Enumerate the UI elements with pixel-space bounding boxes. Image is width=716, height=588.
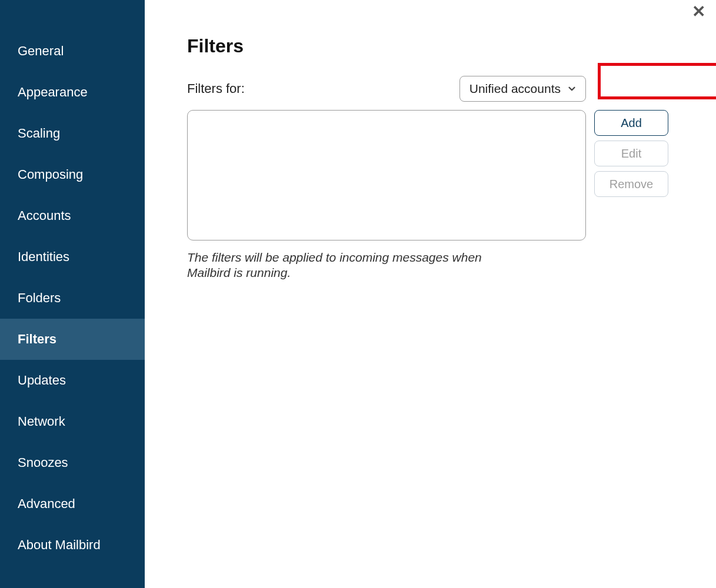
sidebar-item-accounts[interactable]: Accounts: [0, 195, 145, 236]
callout-highlight-dropdown: [598, 63, 716, 99]
chevron-down-icon: [567, 83, 577, 94]
sidebar-item-identities[interactable]: Identities: [0, 236, 145, 278]
sidebar-item-composing[interactable]: Composing: [0, 154, 145, 195]
sidebar-item-advanced[interactable]: Advanced: [0, 483, 145, 524]
sidebar-item-about-mailbird[interactable]: About Mailbird: [0, 524, 145, 566]
sidebar-item-scaling[interactable]: Scaling: [0, 113, 145, 154]
page-title: Filters: [187, 35, 692, 57]
sidebar-item-folders[interactable]: Folders: [0, 278, 145, 319]
filters-panel: ✕ Filters Filters for: Unified accounts …: [145, 0, 716, 588]
close-icon[interactable]: ✕: [692, 4, 705, 20]
sidebar-item-snoozes[interactable]: Snoozes: [0, 442, 145, 483]
filters-for-row: Filters for: Unified accounts: [187, 76, 586, 102]
sidebar-item-appearance[interactable]: Appearance: [0, 72, 145, 113]
add-button[interactable]: Add: [594, 110, 668, 136]
remove-button: Remove: [594, 171, 668, 197]
account-dropdown[interactable]: Unified accounts: [459, 76, 586, 102]
account-dropdown-value: Unified accounts: [469, 82, 561, 96]
edit-button: Edit: [594, 141, 668, 166]
settings-sidebar: General Appearance Scaling Composing Acc…: [0, 0, 145, 588]
sidebar-item-filters[interactable]: Filters: [0, 319, 145, 360]
filter-list[interactable]: [187, 110, 586, 240]
sidebar-item-network[interactable]: Network: [0, 401, 145, 442]
sidebar-item-general[interactable]: General: [0, 31, 145, 72]
filters-hint-text: The filters will be applied to incoming …: [187, 250, 505, 281]
sidebar-item-updates[interactable]: Updates: [0, 360, 145, 401]
filters-for-label: Filters for:: [187, 81, 245, 96]
